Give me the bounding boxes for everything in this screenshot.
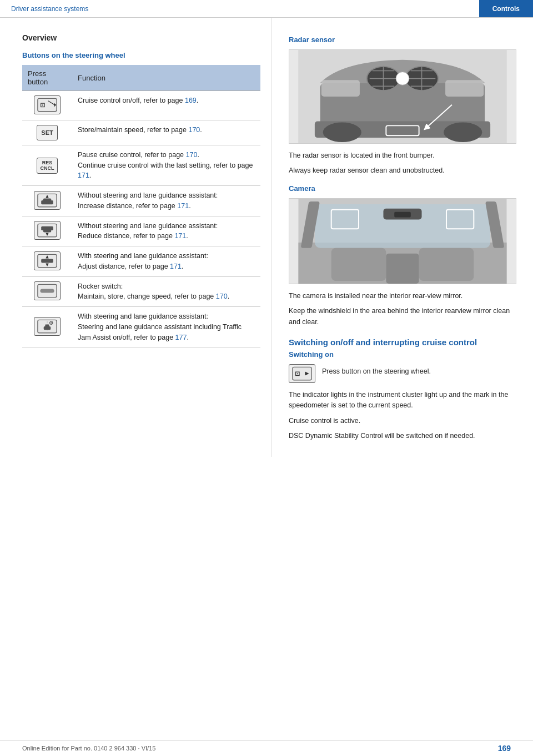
table-cell-function: With steering and lane guidance assistan… bbox=[72, 246, 260, 277]
row3-text1: Pause cruise control, refer to page 170. bbox=[78, 151, 199, 159]
table-cell-function: With steering and lane guidance assistan… bbox=[72, 307, 260, 347]
row8-intro: With steering and lane guidance assistan… bbox=[78, 313, 208, 320]
svg-rect-17 bbox=[40, 289, 54, 293]
cruise-control-icon: ⊡ bbox=[34, 95, 61, 114]
header-left-text: Driver assistance systems bbox=[11, 5, 88, 13]
camera-desc2: Keep the windshield in the area behind t… bbox=[289, 306, 516, 327]
table-header-row: Press button Function bbox=[22, 65, 260, 91]
row4-text: Increase distance, refer to page 171. bbox=[78, 202, 191, 210]
row5-link[interactable]: 171 bbox=[174, 232, 186, 240]
row3-link2[interactable]: 171 bbox=[78, 172, 89, 179]
adjust-distance-icon bbox=[34, 251, 61, 270]
table-section-title: Buttons on the steering wheel bbox=[22, 51, 260, 59]
row6-text: Adjust distance, refer to page 171. bbox=[78, 263, 183, 270]
radar-desc2: Always keep radar sensor clean and unobs… bbox=[289, 165, 516, 176]
radar-desc1: The radar sensor is located in the front… bbox=[289, 150, 516, 161]
svg-point-42 bbox=[323, 122, 361, 142]
increase-dist-svg bbox=[37, 193, 57, 208]
decrease-dist-svg bbox=[37, 223, 57, 238]
row5-intro: Without steering and lane guidance assis… bbox=[78, 222, 218, 230]
right-column: Radar sensor bbox=[272, 18, 533, 457]
row1-link[interactable]: 169 bbox=[185, 97, 197, 104]
row3-link1[interactable]: 170 bbox=[186, 151, 198, 159]
rocker-svg bbox=[37, 284, 57, 298]
row2-link[interactable]: 170 bbox=[188, 126, 200, 134]
lane-guidance-icon bbox=[34, 317, 61, 336]
row7-text2: Maintain, store, change speed, refer to … bbox=[78, 293, 229, 300]
header-section-left: Driver assistance systems bbox=[0, 5, 479, 13]
overview-title: Overview bbox=[22, 33, 260, 42]
table-cell-icon bbox=[22, 246, 72, 277]
adjust-dist-svg bbox=[37, 254, 57, 268]
table-cell-function: Store/maintain speed, refer to page 170. bbox=[72, 120, 260, 145]
table-cell-icon bbox=[22, 307, 72, 347]
switching-on-row: ⊡ Press button on the steering wheel. bbox=[289, 364, 516, 383]
set-icon: SET bbox=[37, 125, 58, 140]
svg-rect-6 bbox=[43, 198, 51, 201]
rocker-switch-icon bbox=[34, 281, 61, 300]
table-row: With steering and lane guidance assistan… bbox=[22, 307, 260, 347]
table-row: Without steering and lane guidance assis… bbox=[22, 216, 260, 246]
svg-rect-37 bbox=[445, 80, 484, 97]
left-column: Overview Buttons on the steering wheel P… bbox=[0, 18, 272, 457]
page-footer: Online Edition for Part no. 0140 2 964 3… bbox=[0, 740, 533, 756]
table-row: ⊡ Cruise control on/off, refer to page 1… bbox=[22, 91, 260, 120]
radar-image bbox=[289, 49, 516, 144]
svg-point-41 bbox=[396, 72, 409, 85]
table-cell-function: Without steering and lane guidance assis… bbox=[72, 186, 260, 216]
page-header: Driver assistance systems Controls bbox=[0, 0, 533, 18]
svg-rect-55 bbox=[386, 253, 419, 283]
col-header-function: Function bbox=[72, 65, 260, 91]
svg-rect-48 bbox=[394, 211, 411, 217]
res-label: RES bbox=[42, 160, 53, 166]
table-cell-icon bbox=[22, 276, 72, 307]
table-row: Rocker switch: Maintain, store, change s… bbox=[22, 276, 260, 307]
page-number: 169 bbox=[498, 744, 511, 753]
svg-text:⊡: ⊡ bbox=[40, 102, 45, 108]
lane-svg bbox=[37, 319, 57, 334]
camera-title: Camera bbox=[289, 184, 516, 193]
svg-point-43 bbox=[444, 122, 482, 142]
row4-link[interactable]: 171 bbox=[177, 202, 189, 210]
table-cell-icon: SET bbox=[22, 120, 72, 145]
table-row: SET Store/maintain speed, refer to page … bbox=[22, 120, 260, 145]
header-section-right: Controls bbox=[479, 0, 533, 17]
res-cncl-icon: RES CNCL bbox=[37, 158, 58, 174]
footer-text: Online Edition for Part no. 0140 2 964 3… bbox=[22, 745, 155, 752]
table-row: Without steering and lane guidance assis… bbox=[22, 186, 260, 216]
svg-point-23 bbox=[51, 322, 52, 324]
svg-rect-54 bbox=[419, 248, 474, 281]
camera-image bbox=[289, 198, 516, 284]
decrease-distance-icon bbox=[34, 221, 61, 240]
switching-para3: DSC Dynamic Stability Control will be sw… bbox=[289, 431, 516, 441]
radar-title: Radar sensor bbox=[289, 36, 516, 44]
svg-rect-10 bbox=[43, 230, 51, 233]
row2-text: Store/maintain speed, refer to page 170. bbox=[78, 126, 202, 134]
row8-link[interactable]: 177 bbox=[175, 334, 187, 341]
table-cell-icon: ⊡ bbox=[22, 91, 72, 120]
svg-rect-21 bbox=[45, 325, 49, 327]
switch-cruise-icon: ⊡ bbox=[289, 364, 315, 383]
svg-rect-13 bbox=[41, 259, 53, 263]
row5-text: Reduce distance, refer to page 171. bbox=[78, 232, 188, 240]
switching-section: Switching on/off and interrupting cruise… bbox=[289, 337, 516, 442]
table-row: RES CNCL Pause cruise control, refer to … bbox=[22, 145, 260, 185]
row8-text: Steering and lane guidance assistant inc… bbox=[78, 323, 242, 341]
switching-on-desc: Press button on the steering wheel. bbox=[322, 366, 431, 377]
switching-on-subtitle: Switching on bbox=[289, 350, 516, 359]
table-cell-function: Cruise control on/off, refer to page 169… bbox=[72, 91, 260, 120]
row6-intro: With steering and lane guidance assistan… bbox=[78, 252, 208, 260]
button-table: Press button Function ⊡ bbox=[22, 65, 260, 347]
table-cell-icon bbox=[22, 186, 72, 216]
svg-text:⊡: ⊡ bbox=[295, 370, 300, 376]
table-cell-function: Rocker switch: Maintain, store, change s… bbox=[72, 276, 260, 307]
row7-link[interactable]: 170 bbox=[216, 293, 228, 300]
header-right-text: Controls bbox=[492, 5, 520, 13]
row6-link[interactable]: 171 bbox=[170, 263, 182, 270]
increase-distance-icon bbox=[34, 191, 61, 210]
col-header-press: Press button bbox=[22, 65, 72, 91]
row1-text: Cruise control on/off, refer to page 169… bbox=[78, 97, 198, 104]
row7-text1: Rocker switch: bbox=[78, 283, 123, 290]
row3-text2: Continue cruise control with the last se… bbox=[78, 162, 253, 180]
svg-rect-20 bbox=[44, 326, 51, 330]
